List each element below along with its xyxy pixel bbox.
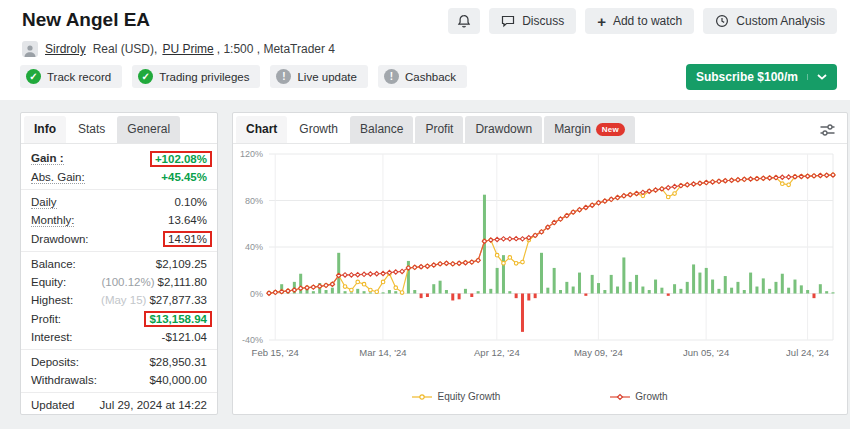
stat-row-daily: Daily0.10% [21,193,217,211]
notifications-button[interactable] [448,8,480,34]
stat-row-balance: Balance:$2,109.25 [21,255,217,273]
badge-trading-privileges: ✓Trading privileges [132,65,260,88]
stats-group: Gain :+102.08%Abs. Gain:+45.45% [21,146,217,190]
stat-value: $2,109.25 [156,258,207,270]
stat-row-abs-gain: Abs. Gain:+45.45% [21,168,217,186]
stat-label[interactable]: Gain : [31,152,64,165]
tab-label: Balance [360,122,403,136]
growth-legend-marker-icon [610,393,630,401]
legend-item-equity[interactable]: Equity Growth [412,391,500,402]
tab-label: Stats [78,122,105,136]
chart-tab-drawdown[interactable]: Drawdown [465,116,542,143]
discuss-button[interactable]: Discuss [489,8,576,34]
avatar [22,41,38,57]
tab-label: General [127,122,170,136]
chart-tab-chart[interactable]: Chart [236,116,287,143]
clock-icon [715,14,729,28]
stat-value: 14.91% [163,231,207,247]
broker-link[interactable]: PU Prime [162,42,213,56]
stat-row-updated: UpdatedJul 29, 2024 at 14:22 [21,396,217,414]
stat-label: Updated [31,399,74,411]
tab-label: Profit [425,122,453,136]
stat-value: (May 15)$27,877.33 [101,294,207,306]
stat-label[interactable]: Monthly: [31,214,74,227]
growth-chart[interactable]: 120%80%40%0%-40%Feb 15, '24Mar 14, '24Ap… [233,144,847,386]
chart-tab-growth[interactable]: Growth [289,116,348,143]
add-to-watch-button[interactable]: + Add to watch [585,8,694,34]
verification-badges-row: ✓Track record✓Trading privileges!Live up… [20,65,467,88]
add-to-watch-label: Add to watch [613,14,682,28]
discuss-label: Discuss [522,14,564,28]
stat-row-highest: Highest:(May 15)$27,877.33 [21,291,217,309]
custom-analysis-label: Custom Analysis [736,14,825,28]
stat-row-withdrawals: Withdrawals:$40,000.00 [21,371,217,389]
stats-group: UpdatedJul 29, 2024 at 14:22Tracking1 [21,393,217,415]
chart-settings-button[interactable] [817,120,838,143]
chart-legend: Equity GrowthGrowth [233,390,847,402]
check-circle-icon: ✓ [138,69,153,84]
tab-label: Growth [299,122,338,136]
chevron-down-icon[interactable] [807,74,827,80]
tab-label: Info [34,122,56,136]
badge-label: Cashback [405,71,456,83]
custom-analysis-button[interactable]: Custom Analysis [703,8,837,34]
svg-text:Mar 14, '24: Mar 14, '24 [359,347,406,358]
account-type-text: Real (USD), [93,42,158,56]
legend-label: Growth [635,391,667,402]
stat-label: Highest: [31,294,73,306]
stat-label: Drawdown: [31,233,89,245]
svg-text:0%: 0% [250,289,263,299]
svg-text:40%: 40% [245,242,263,252]
svg-text:Jul 24, '24: Jul 24, '24 [786,347,829,358]
chart-tab-margin[interactable]: MarginNew [544,116,635,143]
stat-value: Jul 29, 2024 at 14:22 [100,399,207,411]
exclamation-circle-icon: ! [384,69,399,84]
chart-tab-balance[interactable]: Balance [350,116,413,143]
stat-label: Withdrawals: [31,374,97,386]
stats-rows: Gain :+102.08%Abs. Gain:+45.45%Daily0.10… [21,144,217,415]
badge-label: Track record [47,71,111,83]
subscribe-button[interactable]: Subscribe $100/m [686,64,837,90]
badge-track-record: ✓Track record [20,65,122,88]
stat-label: Balance: [31,258,76,270]
stats-tab-general[interactable]: General [117,116,180,143]
stat-row-deposits: Deposits:$28,950.31 [21,353,217,371]
svg-text:Jun 05, '24: Jun 05, '24 [683,347,729,358]
stat-row-tracking: Tracking1 [21,414,217,415]
svg-text:Apr 12, '24: Apr 12, '24 [474,347,520,358]
stats-tab-info[interactable]: Info [24,116,66,143]
account-info-row: Sirdroly Real (USD), PU Prime , 1:500 , … [22,41,335,57]
stat-value: (100.12%)$2,111.80 [101,276,207,288]
svg-text:-40%: -40% [242,335,263,345]
stat-row-interest: Interest:-$121.04 [21,328,217,346]
stat-value: +45.45% [161,171,207,183]
sliders-icon [819,126,836,141]
header-actions: Discuss + Add to watch Custom Analysis [448,8,837,34]
stat-value: $28,950.31 [149,356,207,368]
account-owner-link[interactable]: Sirdroly [45,42,86,56]
legend-label: Equity Growth [437,391,500,402]
stat-value: $13,158.94 [144,311,207,327]
tab-label: Margin [554,122,591,136]
stat-value: $40,000.00 [149,374,207,386]
stat-row-equity: Equity:(100.12%)$2,111.80 [21,273,217,291]
badge-label: Live update [297,71,356,83]
exclamation-circle-icon: ! [276,69,291,84]
chart-panel: ChartGrowthBalanceProfitDrawdownMarginNe… [232,112,848,415]
stat-label[interactable]: Abs. Gain: [31,171,85,184]
badge-live-update: !Live update [270,65,367,88]
stat-value: +102.08% [150,151,207,167]
stat-row-profit: Profit:$13,158.94 [21,309,217,328]
badge-cashback: !Cashback [378,65,467,88]
stat-value: -$121.04 [162,331,207,343]
stat-label: Interest: [31,331,73,343]
stat-label[interactable]: Daily [31,196,57,209]
legend-item-growth[interactable]: Growth [610,391,667,402]
chart-tab-profit[interactable]: Profit [415,116,463,143]
stats-group: Deposits:$28,950.31Withdrawals:$40,000.0… [21,350,217,393]
stat-row-gain: Gain :+102.08% [21,149,217,168]
stat-value: 13.64% [168,214,207,226]
stats-tab-stats[interactable]: Stats [68,116,115,143]
stats-panel-tabs: InfoStatsGeneral [21,113,217,144]
page-title: New Angel EA [22,9,150,31]
